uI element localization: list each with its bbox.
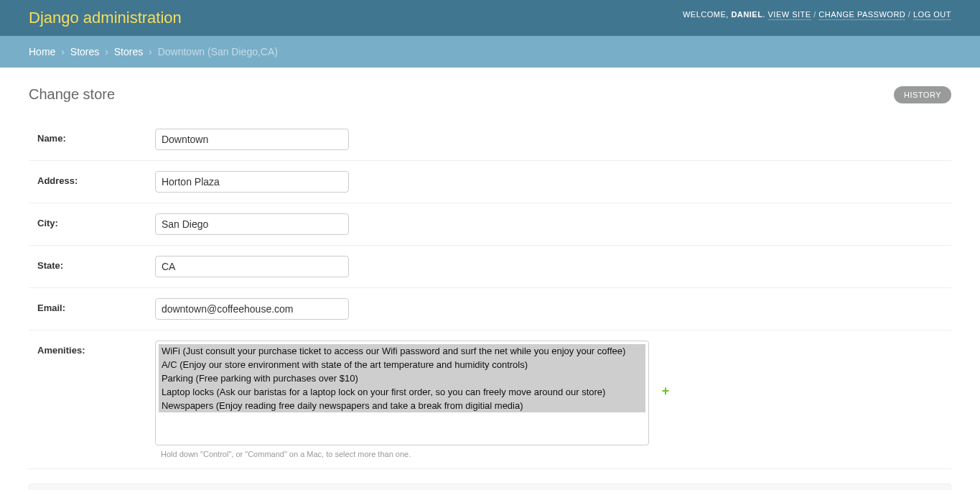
state-input[interactable]	[155, 256, 349, 277]
amenities-option[interactable]: Parking (Free parking with purchases ove…	[159, 371, 645, 385]
view-site-link[interactable]: VIEW SITE	[768, 10, 811, 20]
form-row-state: State:	[29, 246, 951, 288]
form-row-city: City:	[29, 203, 951, 246]
change-password-link[interactable]: CHANGE PASSWORD	[818, 10, 905, 20]
form-row-email: Email:	[29, 288, 951, 330]
address-input[interactable]	[155, 171, 349, 193]
amenities-fieldbox: WiFi (Just consult your purchase ticket …	[155, 341, 649, 445]
form-fieldset: Name: Address: City: State: Email: Ameni…	[29, 119, 951, 469]
amenities-option[interactable]: Newspapers (Enjoy reading free daily new…	[159, 399, 645, 412]
amenities-option[interactable]: A/C (Enjoy our store environment with st…	[159, 358, 645, 371]
amenities-help: Hold down "Control", or "Command" on a M…	[161, 450, 943, 458]
state-label: State:	[37, 256, 152, 271]
amenities-option[interactable]: WiFi (Just consult your purchase ticket …	[159, 344, 645, 358]
history-button[interactable]: HISTORY	[894, 86, 951, 103]
breadcrumb-home[interactable]: Home	[29, 46, 55, 57]
city-input[interactable]	[155, 213, 349, 235]
name-label: Name:	[37, 129, 152, 144]
site-title: Django administration	[29, 9, 182, 27]
name-input[interactable]	[155, 129, 349, 150]
breadcrumb-current: Downtown (San Diego,CA)	[158, 46, 278, 57]
welcome-text: WELCOME,	[683, 10, 729, 19]
submit-row: Delete	[29, 484, 951, 490]
amenities-option[interactable]: Laptop locks (Ask our baristas for a lap…	[159, 385, 645, 399]
email-label: Email:	[37, 298, 152, 313]
breadcrumb: Home › Stores › Stores › Downtown (San D…	[0, 36, 980, 68]
amenities-label: Amenities:	[37, 341, 152, 356]
form-row-address: Address:	[29, 161, 951, 203]
breadcrumb-model[interactable]: Stores	[114, 46, 143, 57]
city-label: City:	[37, 213, 152, 228]
amenities-select[interactable]: WiFi (Just consult your purchase ticket …	[155, 341, 649, 445]
page-title: Change store	[29, 86, 951, 103]
breadcrumb-separator: ›	[105, 46, 108, 57]
breadcrumb-separator: ›	[149, 46, 152, 57]
username: DANIEL	[731, 10, 762, 19]
content: HISTORY Change store Name: Address: City…	[0, 68, 980, 490]
period: .	[762, 10, 765, 19]
email-input[interactable]	[155, 298, 349, 320]
form-row-name: Name:	[29, 119, 951, 161]
add-related-icon[interactable]: +	[662, 384, 670, 399]
breadcrumb-separator: ›	[61, 46, 65, 57]
breadcrumb-app[interactable]: Stores	[70, 46, 99, 57]
user-tools: WELCOME, DANIEL. VIEW SITE / CHANGE PASS…	[683, 9, 951, 19]
site-header: Django administration WELCOME, DANIEL. V…	[0, 0, 980, 36]
separator: /	[908, 10, 913, 19]
address-label: Address:	[37, 171, 152, 186]
logout-link[interactable]: LOG OUT	[913, 10, 951, 20]
object-tools: HISTORY	[894, 86, 951, 103]
form-row-amenities: Amenities: WiFi (Just consult your purch…	[29, 330, 951, 469]
